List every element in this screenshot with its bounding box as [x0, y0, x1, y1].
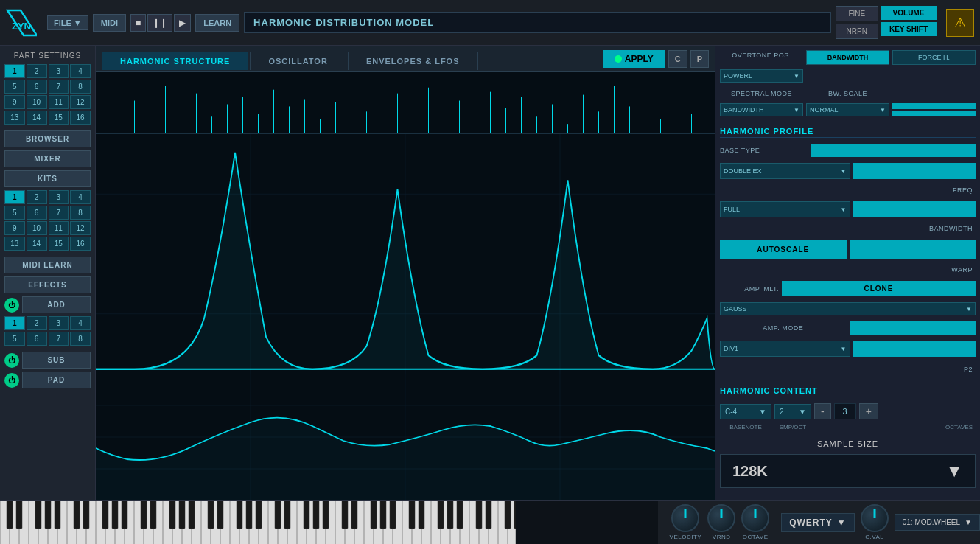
bottom-part-9-btn[interactable]: 9 — [4, 221, 25, 235]
powerl-dropdown[interactable]: POWERL ▼ — [720, 69, 803, 83]
amp-mode-p2-slider[interactable] — [853, 341, 976, 357]
add-1-btn[interactable]: 1 — [4, 316, 25, 330]
octave-knob-circle[interactable] — [741, 504, 769, 532]
midi-learn-button[interactable]: MIDI LEARN — [4, 257, 91, 273]
add-8-btn[interactable]: 8 — [70, 332, 91, 346]
bottom-part-1-btn[interactable]: 1 — [4, 190, 25, 204]
stop-button[interactable]: ■ — [130, 14, 146, 32]
bottom-part-3-btn[interactable]: 3 — [49, 190, 69, 204]
part-15-btn[interactable]: 15 — [49, 111, 69, 125]
midi-button[interactable]: MIDI — [93, 14, 126, 32]
vrnd-knob-circle[interactable] — [707, 504, 735, 532]
p2-slider-top[interactable] — [892, 111, 976, 116]
qwerty-dropdown[interactable]: QWERTY ▼ — [781, 513, 855, 532]
p1-slider-top[interactable] — [892, 103, 976, 109]
part-8-btn[interactable]: 8 — [70, 80, 91, 94]
full-dropdown[interactable]: FULL ▼ — [720, 201, 850, 217]
smpoct-dropdown[interactable]: 2 ▼ — [774, 404, 811, 419]
piano-keyboard[interactable] — [0, 501, 658, 545]
bottom-part-8-btn[interactable]: 8 — [70, 206, 91, 220]
add-3-btn[interactable]: 3 — [49, 316, 69, 330]
part-11-btn[interactable]: 11 — [49, 95, 69, 109]
velocity-knob-circle[interactable] — [671, 504, 699, 532]
double-ex-dropdown[interactable]: DOUBLE EX ▼ — [720, 163, 850, 179]
midi-cc-dropdown[interactable]: 01: MOD.WHEEL ▼ — [895, 514, 980, 531]
sub-power-button[interactable]: ⏻ — [4, 353, 19, 368]
pad-button[interactable]: PAD — [22, 372, 91, 388]
nrpn-button[interactable]: NRPN — [836, 24, 878, 39]
add-2-btn[interactable]: 2 — [27, 316, 47, 330]
kits-button[interactable]: KITS — [4, 170, 91, 187]
part-12-btn[interactable]: 12 — [70, 95, 91, 109]
fine-button[interactable]: FINE — [836, 6, 878, 21]
tab-harmonic-structure[interactable]: HARMONIC STRUCTURE — [102, 52, 248, 70]
normal-mode-dropdown[interactable]: NORMAL ▼ — [806, 103, 889, 116]
part-9-btn[interactable]: 9 — [4, 95, 25, 109]
warp-slider[interactable] — [850, 240, 976, 259]
amp-mode-p1-slider[interactable] — [850, 321, 976, 335]
sample-size-dropdown[interactable]: 128K ▼ — [720, 454, 976, 488]
bottom-part-16-btn[interactable]: 16 — [70, 237, 91, 251]
force-h-button[interactable]: FORCE H. — [892, 50, 976, 65]
pad-power-button[interactable]: ⏻ — [4, 373, 19, 388]
part-2-btn[interactable]: 2 — [27, 64, 47, 78]
octave-plus-button[interactable]: + — [859, 403, 878, 419]
add-5-btn[interactable]: 5 — [4, 332, 25, 346]
add-button[interactable]: ADD — [22, 296, 91, 313]
part-14-btn[interactable]: 14 — [27, 111, 47, 125]
base-type-p1-slider[interactable] — [811, 144, 976, 157]
bottom-part-5-btn[interactable]: 5 — [4, 206, 25, 220]
apply-button[interactable]: APPLY — [603, 50, 665, 68]
play-button[interactable]: ▶ — [174, 14, 191, 32]
basenote-dropdown[interactable]: C-4 ▼ — [720, 404, 771, 419]
file-button[interactable]: FILE ▼ — [47, 15, 88, 30]
bottom-part-6-btn[interactable]: 6 — [27, 206, 47, 220]
warning-icon[interactable]: ⚠ — [946, 9, 974, 37]
div1-dropdown[interactable]: DIV1 ▼ — [720, 341, 850, 357]
bottom-part-2-btn[interactable]: 2 — [27, 190, 47, 204]
bottom-part-13-btn[interactable]: 13 — [4, 237, 25, 251]
part-5-btn[interactable]: 5 — [4, 80, 25, 94]
autoscale-button[interactable]: AUTOSCALE — [720, 240, 847, 259]
add-4-btn[interactable]: 4 — [70, 316, 91, 330]
bandwidth-mode-dropdown[interactable]: BANDWIDTH ▼ — [720, 103, 803, 116]
bottom-part-12-btn[interactable]: 12 — [70, 221, 91, 235]
bandwidth-slider[interactable] — [853, 201, 976, 217]
add-6-btn[interactable]: 6 — [27, 332, 47, 346]
add-7-btn[interactable]: 7 — [49, 332, 69, 346]
bottom-part-4-btn[interactable]: 4 — [70, 190, 91, 204]
clone-button[interactable]: CLONE — [782, 281, 976, 296]
octave-minus-button[interactable]: - — [814, 403, 831, 419]
pause-button[interactable]: ❙❙ — [147, 14, 172, 32]
mixer-button[interactable]: MIXER — [4, 150, 91, 167]
gauss-dropdown[interactable]: GAUSS ▼ — [720, 302, 976, 315]
bottom-part-15-btn[interactable]: 15 — [49, 237, 69, 251]
part-13-btn[interactable]: 13 — [4, 111, 25, 125]
p-button[interactable]: P — [690, 50, 709, 68]
part-3-btn[interactable]: 3 — [49, 64, 69, 78]
sub-button[interactable]: SUB — [22, 352, 91, 369]
part-7-btn[interactable]: 7 — [49, 80, 69, 94]
bottom-part-7-btn[interactable]: 7 — [49, 206, 69, 220]
bottom-part-11-btn[interactable]: 11 — [49, 221, 69, 235]
svg-rect-132 — [313, 501, 319, 529]
add-power-button[interactable]: ⏻ — [4, 298, 19, 313]
browser-button[interactable]: BROWSER — [4, 130, 91, 147]
part-1-btn[interactable]: 1 — [4, 64, 25, 78]
keyshift-button[interactable]: KEY SHIFT — [881, 22, 937, 36]
tab-oscillator[interactable]: OSCILLATOR — [250, 52, 346, 70]
learn-button[interactable]: LEARN — [195, 14, 239, 32]
part-10-btn[interactable]: 10 — [27, 95, 47, 109]
part-16-btn[interactable]: 16 — [70, 111, 91, 125]
freq-slider[interactable] — [853, 163, 976, 179]
bandwidth-button[interactable]: BANDWIDTH — [806, 50, 889, 65]
tab-envelopes-lfos[interactable]: ENVELOPES & LFOS — [348, 52, 478, 70]
part-4-btn[interactable]: 4 — [70, 64, 91, 78]
effects-button[interactable]: EFFECTS — [4, 276, 91, 293]
cval-knob-circle[interactable] — [861, 504, 889, 532]
part-6-btn[interactable]: 6 — [27, 80, 47, 94]
c-button[interactable]: C — [668, 50, 687, 68]
bottom-part-14-btn[interactable]: 14 — [27, 237, 47, 251]
bottom-part-10-btn[interactable]: 10 — [27, 221, 47, 235]
volume-button[interactable]: VOLUME — [881, 6, 937, 20]
